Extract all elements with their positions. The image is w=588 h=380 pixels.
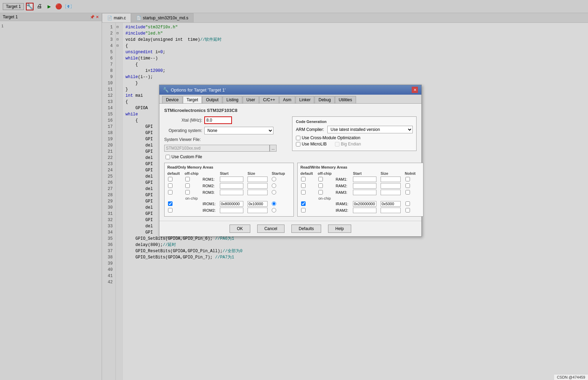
- irom2-start[interactable]: [220, 208, 243, 213]
- ram2-start[interactable]: [353, 183, 376, 189]
- rom1-size[interactable]: [248, 177, 268, 182]
- rom1-offchip-cell: [185, 177, 203, 182]
- iram1-default-cb[interactable]: [301, 201, 306, 206]
- rom1-row: ROM1:: [167, 177, 291, 182]
- dialog-close-button[interactable]: ✕: [412, 87, 418, 93]
- defaults-button[interactable]: Defaults: [291, 225, 321, 233]
- arm-compiler-label: ARM Compiler:: [296, 127, 324, 132]
- rom2-startup-radio[interactable]: [272, 183, 276, 188]
- ram3-size[interactable]: [381, 190, 401, 195]
- help-button[interactable]: Help: [328, 225, 351, 233]
- iram2-name: IRAM2:: [336, 208, 353, 212]
- xtal-row: Xtal (MHz):: [164, 116, 289, 124]
- readonly-memory-section: Read/Only Memory Areas default off-chip …: [164, 163, 294, 217]
- iram1-start[interactable]: [353, 201, 376, 207]
- rom3-default-cb[interactable]: [168, 190, 172, 194]
- irom2-size[interactable]: [248, 208, 268, 213]
- dialog-tab-cpp[interactable]: C/C++: [259, 96, 279, 103]
- iram1-noinit-cb[interactable]: [405, 201, 410, 206]
- ram1-name: RAM1:: [336, 177, 353, 181]
- os-select[interactable]: None: [204, 127, 273, 134]
- rom3-start[interactable]: [220, 190, 243, 195]
- iram2-start[interactable]: [353, 208, 376, 213]
- dialog-icon: 🔧: [163, 87, 169, 93]
- ram1-offchip-cb[interactable]: [318, 177, 323, 181]
- dialog-tab-listing[interactable]: Listing: [223, 96, 242, 103]
- readonly-memory-headers: default off-chip Start Size Startup: [167, 171, 291, 175]
- dialog-tab-debug[interactable]: Debug: [315, 96, 334, 103]
- custom-file-row: Use Custom File: [166, 154, 289, 159]
- status-text: CSDN @474459: [557, 375, 585, 379]
- ram1-size[interactable]: [381, 177, 401, 182]
- dialog-tab-linker[interactable]: Linker: [296, 96, 315, 103]
- iram2-noinit-cb[interactable]: [405, 208, 410, 212]
- dialog-tab-utilities[interactable]: Utilities: [335, 96, 356, 103]
- ram3-name: RAM3:: [336, 190, 353, 194]
- irom1-startup-radio[interactable]: [272, 201, 276, 206]
- rom3-name: ROM3:: [203, 190, 220, 194]
- rw-col-default: default: [300, 171, 318, 175]
- rom2-size[interactable]: [248, 183, 268, 189]
- rom2-offchip-cb[interactable]: [185, 183, 190, 188]
- dialog-tab-asm[interactable]: Asm: [279, 96, 295, 103]
- rom1-size-cell: [248, 177, 272, 182]
- ram3-default-cb[interactable]: [301, 190, 306, 194]
- options-dialog: 🔧 Options for Target 'Target 1' ✕ Device…: [159, 85, 422, 237]
- ram2-offchip-cb[interactable]: [318, 183, 323, 188]
- dialog-tab-user[interactable]: User: [243, 96, 259, 103]
- microlib-checkbox[interactable]: [296, 142, 300, 146]
- arm-compiler-select[interactable]: Use latest installed version: [327, 126, 413, 133]
- ram3-noinit-cb[interactable]: [405, 190, 410, 194]
- xtal-input[interactable]: [204, 116, 232, 124]
- ram3-offchip-cb[interactable]: [318, 190, 323, 194]
- cancel-button[interactable]: Cancel: [257, 225, 284, 233]
- ram1-start[interactable]: [353, 177, 376, 182]
- irom1-row: IROM1:: [167, 201, 291, 207]
- dialog-tab-device[interactable]: Device: [162, 96, 183, 103]
- rom1-default-cb[interactable]: [168, 177, 172, 181]
- ro-col-size: Size: [248, 171, 272, 175]
- status-bar: CSDN @474459: [554, 374, 588, 380]
- big-endian-checkbox[interactable]: [335, 142, 339, 146]
- iram2-size[interactable]: [381, 208, 401, 213]
- irom1-start[interactable]: [220, 201, 243, 207]
- readonly-memory-title: Read/Only Memory Areas: [167, 165, 291, 169]
- ram1-default-cb[interactable]: [301, 177, 306, 181]
- irom2-default-cb[interactable]: [168, 208, 172, 212]
- rom2-default-cb[interactable]: [168, 183, 172, 188]
- rom3-size[interactable]: [248, 190, 268, 195]
- cross-module-checkbox[interactable]: [296, 136, 300, 140]
- iram2-default-cb[interactable]: [301, 208, 306, 212]
- ok-button[interactable]: OK: [230, 225, 250, 233]
- ram3-start[interactable]: [353, 190, 376, 195]
- ram2-size[interactable]: [381, 183, 401, 189]
- svd-browse-button[interactable]: ...: [270, 145, 277, 152]
- dialog-tab-target[interactable]: Target: [183, 96, 202, 103]
- irom2-startup-radio[interactable]: [272, 208, 276, 212]
- ram1-noinit-cb[interactable]: [405, 177, 410, 181]
- rom1-default-cell: [167, 177, 185, 182]
- irom1-default-cb[interactable]: [168, 201, 172, 206]
- right-column: Code Generation ARM Compiler: Use latest…: [292, 116, 417, 161]
- ram2-default-cb[interactable]: [301, 183, 306, 188]
- rom1-start[interactable]: [220, 177, 243, 182]
- rw-col-name: [336, 171, 353, 175]
- rom2-start[interactable]: [220, 183, 243, 189]
- svd-file-input[interactable]: [164, 145, 270, 152]
- ram2-noinit-cb[interactable]: [405, 183, 410, 188]
- iram1-size[interactable]: [381, 201, 401, 207]
- arm-compiler-row: ARM Compiler: Use latest installed versi…: [296, 126, 413, 133]
- irom1-size[interactable]: [248, 201, 268, 207]
- ro-col-name: [203, 171, 220, 175]
- rom3-offchip-cb[interactable]: [185, 190, 190, 194]
- rom1-offchip-cb[interactable]: [185, 177, 190, 181]
- rom1-startup-radio[interactable]: [272, 177, 276, 181]
- rom3-startup-radio[interactable]: [272, 190, 276, 194]
- custom-file-checkbox[interactable]: [166, 155, 170, 159]
- dialog-tab-output[interactable]: Output: [202, 96, 222, 103]
- svd-row: System Viewer File:: [164, 137, 289, 142]
- dialog-buttons: OK Cancel Defaults Help: [159, 221, 421, 236]
- os-label: Operating system:: [164, 128, 202, 133]
- ram2-name: RAM2:: [336, 184, 353, 188]
- readwrite-memory-section: Read/Write Memory Areas default off-chip…: [297, 163, 423, 217]
